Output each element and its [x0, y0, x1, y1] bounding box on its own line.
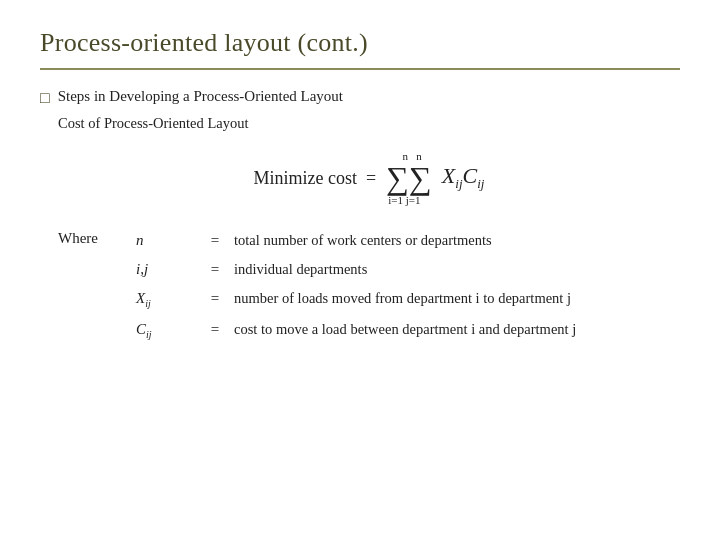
sigma-group: n n ∑ ∑ i=1 j=1 — [386, 150, 432, 206]
def-eq-n: = — [196, 232, 234, 249]
def-row-ij: i,j = individual departments — [136, 261, 680, 278]
main-heading: □ Steps in Developing a Process-Oriented… — [40, 88, 680, 107]
def-row-n: n = total number of work centers or depa… — [136, 232, 680, 249]
main-heading-text: Steps in Developing a Process-Oriented L… — [58, 88, 343, 105]
sigma-bottom: i=1 j=1 — [388, 194, 420, 206]
def-eq-ij: = — [196, 261, 234, 278]
subsection: Cost of Process-Oriented Layout Minimize… — [58, 115, 680, 206]
def-desc-cij: cost to move a load between department i… — [234, 321, 680, 338]
page: Process-oriented layout (cont.) □ Steps … — [0, 0, 720, 540]
subsection-label: Cost of Process-Oriented Layout — [58, 115, 680, 132]
def-label-xij: Xij — [136, 290, 196, 309]
def-label-ij: i,j — [136, 261, 196, 278]
def-eq-cij: = — [196, 321, 234, 338]
def-desc-n: total number of work centers or departme… — [234, 232, 680, 249]
where-label: Where — [58, 228, 118, 247]
cij-sub: ij — [477, 177, 484, 192]
minimize-label: Minimize cost = — [254, 168, 377, 189]
definitions-table: n = total number of work centers or depa… — [136, 232, 680, 352]
formula-block: Minimize cost = n n ∑ ∑ i=1 j=1 XijCij — [58, 150, 680, 206]
def-eq-xij: = — [196, 290, 234, 307]
def-label-cij: Cij — [136, 321, 196, 340]
title-divider — [40, 68, 680, 70]
sigma2: ∑ — [409, 162, 432, 194]
xij-term: XijCij — [442, 163, 485, 192]
sigma1: ∑ — [386, 162, 409, 194]
formula-inline: Minimize cost = n n ∑ ∑ i=1 j=1 XijCij — [254, 150, 485, 206]
xij-label-sub: ij — [145, 298, 151, 309]
bullet-icon: □ — [40, 89, 50, 107]
def-desc-xij: number of loads moved from department i … — [234, 290, 680, 307]
sigma-chars: ∑ ∑ — [386, 162, 432, 194]
def-label-n: n — [136, 232, 196, 249]
def-desc-ij: individual departments — [234, 261, 680, 278]
page-title: Process-oriented layout (cont.) — [40, 28, 680, 58]
cij-label-sub: ij — [146, 329, 152, 340]
def-row-cij: Cij = cost to move a load between depart… — [136, 321, 680, 340]
xij-sub: ij — [455, 177, 462, 192]
definitions-section: Where n = total number of work centers o… — [58, 228, 680, 352]
def-row-xij: Xij = number of loads moved from departm… — [136, 290, 680, 309]
